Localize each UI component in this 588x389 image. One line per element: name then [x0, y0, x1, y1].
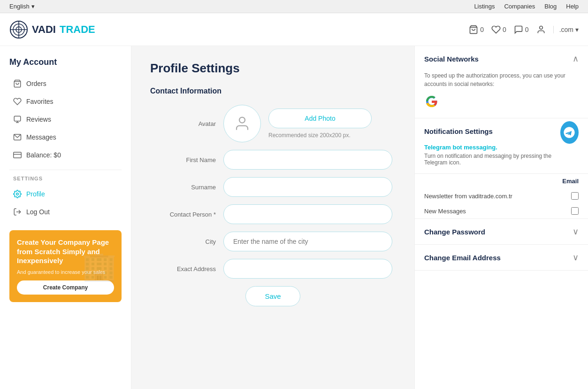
avatar-label: Avatar — [150, 120, 216, 127]
add-photo-button[interactable]: Add Photo — [268, 109, 372, 128]
main-layout: My Account Orders Favorites Reviews Mess… — [0, 46, 588, 389]
help-link[interactable]: Help — [566, 3, 579, 10]
orders-label: Orders — [26, 80, 46, 87]
svg-point-16 — [239, 117, 245, 123]
change-email-section: Change Email Address ∨ — [415, 245, 588, 271]
first-name-input[interactable] — [223, 150, 392, 170]
new-messages-checkbox[interactable] — [571, 207, 579, 215]
favorites-count: 0 — [503, 26, 506, 33]
svg-point-6 — [539, 26, 542, 29]
cart-icon — [469, 25, 478, 34]
telegram-description: Turn on notification and messaging by pr… — [424, 153, 560, 166]
sidebar-item-balance[interactable]: Balance: $0 — [9, 146, 122, 164]
cart-count: 0 — [480, 26, 484, 33]
google-icon[interactable] — [424, 94, 439, 109]
heart-icon — [13, 97, 22, 106]
chevron-down-icon: ▾ — [31, 3, 35, 10]
contact-person-row: Contact Person * — [150, 204, 396, 224]
contact-person-label: Contact Person * — [150, 211, 216, 218]
change-email-header[interactable]: Change Email Address ∨ — [415, 245, 588, 270]
sidebar-item-profile[interactable]: Profile — [9, 185, 122, 203]
svg-rect-12 — [14, 152, 22, 158]
promo-card: Create Your Company Page from Scratch Si… — [9, 230, 122, 302]
log-out-icon — [13, 208, 22, 216]
newsletter-checkbox[interactable] — [571, 192, 579, 200]
svg-rect-8 — [14, 116, 21, 121]
svg-point-14 — [16, 193, 19, 195]
companies-link[interactable]: Companies — [504, 3, 535, 10]
change-password-header[interactable]: Change Password ∨ — [415, 219, 588, 244]
avatar-preview — [223, 105, 261, 142]
email-expand-icon: ∨ — [573, 252, 579, 263]
user-placeholder-icon — [234, 115, 251, 132]
first-name-label: First Name — [150, 156, 216, 163]
first-name-row: First Name — [150, 150, 396, 170]
surname-input[interactable] — [223, 177, 392, 197]
domain-selector[interactable]: .com ▾ — [553, 26, 579, 33]
social-networks-title: Social Networks — [424, 55, 479, 63]
logo[interactable]: VADITRADE — [9, 20, 95, 39]
avatar-row: Avatar Add Photo Recommended size 200x20… — [150, 105, 396, 142]
language-selector[interactable]: English ▾ — [9, 3, 35, 10]
main-content: Profile Settings Contact Information Ava… — [131, 46, 414, 389]
logo-icon — [9, 20, 28, 39]
logo-vadi: VADI — [32, 23, 56, 36]
settings-icon — [13, 190, 22, 198]
surname-row: Surname — [150, 177, 396, 197]
notification-settings-title: Notification Settings — [424, 127, 493, 135]
reviews-label: Reviews — [26, 116, 51, 123]
message-square-icon — [13, 115, 22, 124]
social-networks-header[interactable]: Social Networks ∧ — [415, 46, 588, 71]
header: VADITRADE 0 0 0 .com ▾ — [0, 13, 588, 46]
favorites-button[interactable]: 0 — [491, 25, 506, 34]
email-section-label: Email — [415, 173, 588, 188]
change-password-section: Change Password ∨ — [415, 219, 588, 245]
telegram-button[interactable] — [560, 121, 579, 144]
telegram-icon — [563, 126, 576, 139]
credit-card-icon — [13, 151, 22, 159]
sidebar-item-messages[interactable]: Messages — [9, 128, 122, 146]
logo-trade: TRADE — [60, 23, 95, 36]
new-messages-label: New Messages — [424, 208, 466, 215]
promo-decoration-icon: 🏢 — [82, 249, 117, 283]
social-networks-body: To speed up the authorization process, y… — [415, 71, 588, 118]
change-email-title: Change Email Address — [424, 254, 501, 262]
messages-button[interactable]: 0 — [514, 25, 529, 34]
user-profile-button[interactable] — [536, 25, 546, 34]
mail-icon — [13, 133, 22, 141]
save-button[interactable]: Save — [245, 286, 300, 306]
contact-person-input[interactable] — [223, 204, 392, 224]
right-panel: Social Networks ∧ To speed up the author… — [414, 46, 588, 389]
contact-info-title: Contact Information — [150, 87, 396, 95]
save-area: Save — [150, 286, 396, 306]
message-icon — [514, 25, 523, 34]
password-expand-icon: ∨ — [573, 226, 579, 237]
avatar-hint: Recommended size 200x200 px. — [268, 132, 372, 139]
telegram-link[interactable]: Telegram bot messaging. — [424, 144, 560, 151]
notification-settings-body: Telegram bot messaging. Turn on notifica… — [415, 144, 588, 173]
top-bar: English ▾ Listings Companies Blog Help — [0, 0, 588, 13]
sidebar-item-favorites[interactable]: Favorites — [9, 93, 122, 110]
chevron-down-icon: ▾ — [575, 26, 579, 33]
page-title: Profile Settings — [150, 61, 396, 76]
collapse-icon: ∧ — [573, 54, 579, 64]
blog-link[interactable]: Blog — [544, 3, 557, 10]
cart-button[interactable]: 0 — [469, 25, 484, 34]
top-nav: Listings Companies Blog Help — [474, 3, 579, 10]
new-messages-row: New Messages — [415, 203, 588, 218]
sidebar-item-logout[interactable]: Log Out — [9, 203, 122, 221]
sidebar: My Account Orders Favorites Reviews Mess… — [0, 46, 131, 389]
sidebar-item-reviews[interactable]: Reviews — [9, 110, 122, 128]
balance-label: Balance: $0 — [26, 151, 61, 159]
listings-link[interactable]: Listings — [474, 3, 495, 10]
notification-settings-section: Notification Settings ∧ Telegram bot mes… — [415, 118, 588, 219]
sidebar-divider — [9, 170, 122, 170]
sidebar-item-orders[interactable]: Orders — [9, 75, 122, 93]
city-input[interactable] — [223, 232, 392, 251]
messages-label: Messages — [26, 133, 56, 141]
exact-address-input[interactable] — [223, 259, 392, 279]
city-label: City — [150, 238, 216, 245]
logout-label: Log Out — [26, 208, 50, 216]
newsletter-row: Newsletter from vaditrade.com.tr — [415, 188, 588, 203]
exact-address-label: Exact Address — [150, 265, 216, 272]
